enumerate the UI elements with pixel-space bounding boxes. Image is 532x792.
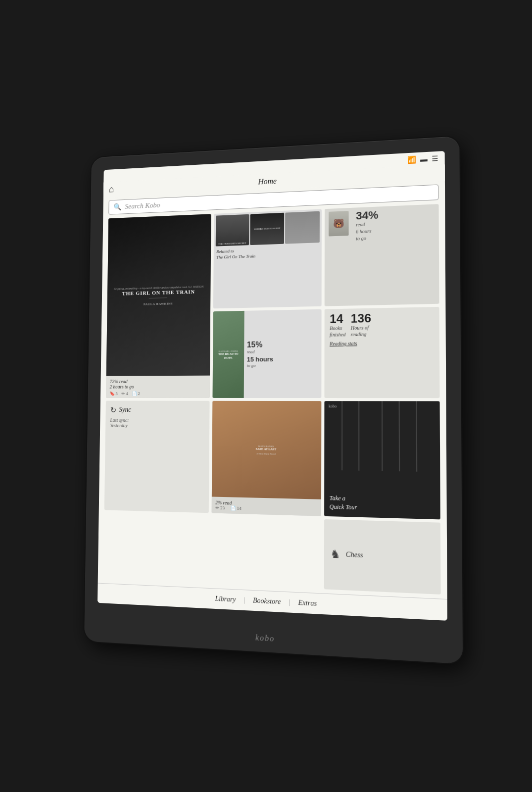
book-stats: 🔖 5 ✏ 4 📄 2 [109,391,205,396]
sync-label: Sync [119,406,131,414]
sync-row: ↻ Sync [110,405,204,415]
nav-library[interactable]: Library [207,593,243,606]
content-grid: Gripping, enthralling - a top-notch thri… [97,204,447,599]
current-hours-label: to go [356,235,378,243]
book-title: THE GIRL ON THE TRAIN [122,288,194,297]
book-15pct[interactable]: RACHAEL JOHNS The Road to Hope 15% read … [212,309,322,397]
book-15-hours: 15 hours [246,355,318,363]
hours-left: 2 hours to go [109,384,205,389]
book-15-info: 15% read 15 hours to go [243,309,322,397]
current-read-percent: 34% [356,209,378,221]
quick-tour[interactable]: kobo Take aTake a Quick TourQuick Tour [324,401,440,519]
home-icon[interactable]: ⌂ [108,184,114,195]
tour-bg-lines [324,401,440,472]
stats-text: 34% read 6 hours to go [356,209,378,242]
tour-brand: kobo [328,404,336,408]
related-books[interactable]: THE HUSBAND'S SECRET BEFORE I GO TO SLEE… [213,209,322,308]
book-15-title: The Road to Hope [214,352,242,360]
search-icon: 🔍 [113,203,121,211]
nav-bookstore[interactable]: Bookstore [245,594,289,608]
current-book-stats[interactable]: 🐻 34% read 6 hours to go [325,204,439,306]
related-book-1: THE HUSBAND'S SECRET [215,214,249,247]
book-2-title: SAFE AT LAST [255,447,276,451]
book-2-highlights: ✏ 23 [215,505,225,510]
sync-icon: ↻ [110,405,116,414]
chess-label: Chess [345,551,363,560]
page-title: Home [258,177,276,186]
device: 📶 ▬ ☰ ⌂ Home 🔍 Search Kobo Gripping, ent… [84,136,463,664]
bookmarks-stat: 🔖 5 [109,391,117,396]
nums-row: 14 Booksfinished 136 Hours ofreading [330,311,434,338]
notes-stat: 📄 2 [132,391,140,396]
book-15-cover: RACHAEL JOHNS The Road to Hope [212,310,244,397]
related-covers-area: THE HUSBAND'S SECRET BEFORE I GO TO SLEE… [213,209,322,247]
book-info: 72% read 2 hours to go 🔖 5 ✏ 4 📄 2 [106,375,210,397]
related-book-3 [285,211,320,244]
current-book-thumb: 🐻 [329,211,349,236]
book-2-subtitle: A Slow Burn Novel [256,452,275,455]
books-finished: 14 Booksfinished [330,312,345,338]
reading-numbers[interactable]: 14 Booksfinished 136 Hours ofreading Rea… [324,306,439,397]
book-cover: Gripping, enthralling - a top-notch thri… [106,214,211,376]
book-15-read-label: read [246,348,318,354]
menu-icon[interactable]: ☰ [432,154,438,163]
book-2-info: 2% read ✏ 23 📄 14 [211,496,321,516]
book-girl-on-train[interactable]: Gripping, enthralling - a top-notch thri… [106,214,211,397]
book-15-percent: 15% [246,340,318,349]
related-book-2: BEFORE I GO TO SLEEP [250,213,284,245]
nav-extras[interactable]: Extras [290,596,325,610]
sync-last: Last sync: Yesterday [110,417,204,429]
book-author: PAULA HAWKINS [144,302,173,306]
sync-cell[interactable]: ↻ Sync Last sync: Yesterday [104,400,209,513]
book-2-notes: 📄 14 [230,505,241,511]
search-input[interactable]: Search Kobo [125,201,160,210]
chess-cell[interactable]: ♞ Chess [324,519,440,594]
screen: 📶 ▬ ☰ ⌂ Home 🔍 Search Kobo Gripping, ent… [97,151,447,621]
book-2pct[interactable]: MAYA BANKS SAFE AT LAST A Slow Burn Nove… [211,401,321,516]
reading-stats-link[interactable]: Reading stats [330,340,434,346]
battery-icon: ▬ [420,155,428,163]
book-15-hours-label: to go [246,362,318,368]
highlights-stat: ✏ 4 [121,391,128,396]
book-2-cover: MAYA BANKS SAFE AT LAST A Slow Burn Nove… [211,401,321,499]
chess-icon: ♞ [330,547,340,561]
related-label: Related to The Girl On The Train [213,244,322,262]
kobo-logo: kobo [255,633,274,644]
stats-top: 🐻 34% read 6 hours to go [329,209,378,243]
hours-reading: 136 Hours ofreading [350,312,371,337]
wifi-icon: 📶 [407,155,416,164]
tour-label: Take aTake a Quick TourQuick Tour [329,494,435,514]
read-percent: 72% read [109,378,205,384]
